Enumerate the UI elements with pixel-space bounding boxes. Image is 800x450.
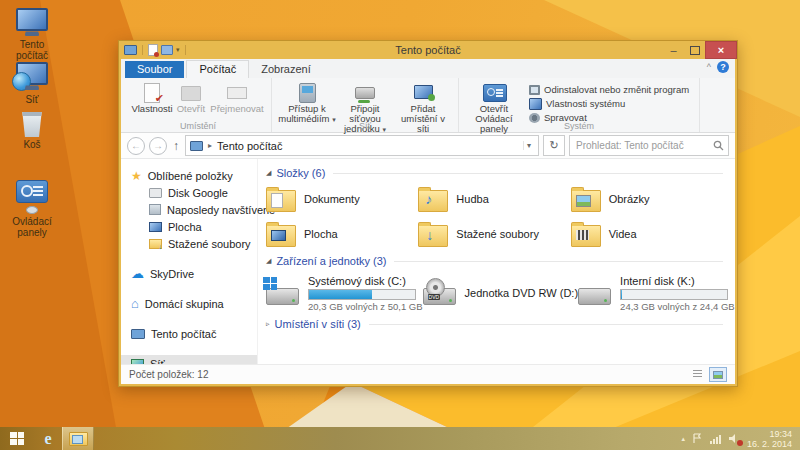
- folder-desktop[interactable]: Plocha: [266, 219, 418, 249]
- nav-item-skydrive[interactable]: ☁ SkyDrive: [121, 265, 257, 282]
- system-menu-icon[interactable]: [124, 45, 137, 55]
- recycle-bin-icon: [21, 112, 43, 137]
- desktop-icon-label: Tento počítač: [5, 39, 59, 61]
- start-button[interactable]: [0, 427, 34, 450]
- folder-documents[interactable]: Dokumenty: [266, 184, 418, 214]
- capacity-bar-fill: [309, 290, 372, 299]
- qat-customize-caret-icon[interactable]: ▾: [176, 46, 180, 54]
- tab-file[interactable]: Soubor: [125, 61, 184, 78]
- close-button[interactable]: ×: [705, 41, 737, 59]
- taskbar-clock[interactable]: 19:34 16. 2. 2014: [747, 429, 792, 449]
- folder-icon: ↓: [418, 225, 448, 247]
- collapse-triangle-icon: ◢: [266, 169, 271, 177]
- nav-item-downloads[interactable]: ↓ Stažené soubory: [121, 235, 257, 252]
- nav-favorites[interactable]: ★ Oblíbené položky: [121, 167, 257, 184]
- breadcrumb[interactable]: ▸ Tento počítač ▾: [185, 135, 539, 156]
- desktop-icon: [149, 222, 162, 232]
- network-location-icon: [414, 85, 433, 99]
- section-header-folders[interactable]: ◢ Složky (6): [266, 165, 723, 181]
- capacity-bar: [620, 289, 728, 300]
- mouse-icon: [26, 206, 38, 214]
- desktop-icon-control-panel[interactable]: Ovládací panely: [5, 180, 59, 238]
- hidden-icons-chevron[interactable]: ▴: [681, 435, 685, 443]
- section-rule: [333, 173, 723, 174]
- properties-shortcut-icon[interactable]: [148, 44, 158, 56]
- refresh-button[interactable]: ↻: [543, 135, 565, 156]
- back-button[interactable]: ←: [127, 137, 145, 155]
- film-overlay-icon: [576, 230, 589, 240]
- desktop-icon-network[interactable]: Síť: [5, 62, 59, 105]
- document-overlay-icon: [271, 193, 283, 208]
- network-drive-icon: [355, 87, 375, 99]
- computer-icon: [16, 8, 48, 31]
- internet-explorer-button[interactable]: e: [34, 427, 62, 450]
- file-explorer-icon: [69, 432, 88, 446]
- drive-k[interactable]: Interní disk (K:) 24,3 GB volných z 24,4…: [578, 272, 735, 314]
- thumbnail-view-button[interactable]: [709, 367, 727, 382]
- help-button[interactable]: ?: [717, 61, 729, 73]
- properties-button[interactable]: ✔ Vlastnosti: [131, 81, 173, 114]
- window-controls: – ×: [663, 41, 737, 59]
- folder-icon: [266, 190, 296, 212]
- nav-item-desktop[interactable]: Plocha: [121, 218, 257, 235]
- star-icon: ★: [131, 170, 142, 182]
- drive-dvd[interactable]: DVD Jednotka DVD RW (D:): [423, 272, 579, 314]
- download-overlay-icon: ↓: [426, 227, 433, 243]
- tab-view[interactable]: Zobrazení: [249, 61, 323, 78]
- tab-computer[interactable]: Počítač: [186, 60, 249, 78]
- up-button[interactable]: ↑: [171, 139, 181, 153]
- section-header-network-locations[interactable]: ▹ Umístění v síti (3): [266, 316, 723, 332]
- maximize-button[interactable]: [684, 41, 705, 59]
- nav-item-this-pc[interactable]: Tento počítač: [121, 325, 257, 342]
- section-header-devices[interactable]: ◢ Zařízení a jednotky (3): [266, 253, 723, 269]
- control-panel-icon: [16, 180, 48, 203]
- folder-pictures[interactable]: Obrázky: [571, 184, 723, 214]
- item-count: Počet položek: 12: [129, 369, 209, 380]
- search-input[interactable]: [574, 139, 710, 152]
- downloads-folder-icon: ↓: [149, 239, 162, 249]
- system-tray: ▴ 19:34 16. 2. 2014: [681, 429, 800, 449]
- nav-item-network[interactable]: Síť: [121, 355, 257, 364]
- hard-drive-icon: [266, 288, 299, 305]
- folder-downloads[interactable]: ↓ Stažené soubory: [418, 219, 570, 249]
- desktop-icon-this-pc[interactable]: Tento počítač: [5, 8, 59, 61]
- nav-item-homegroup[interactable]: ⌂ Domácí skupina: [121, 295, 257, 312]
- system-properties-button[interactable]: Vlastnosti systému: [529, 97, 689, 110]
- new-folder-shortcut-icon[interactable]: [161, 45, 173, 55]
- network-signal-icon[interactable]: [710, 434, 721, 444]
- cloud-icon: ☁: [131, 268, 144, 280]
- open-button[interactable]: Otevřít: [173, 81, 209, 114]
- nav-item-recent-places[interactable]: Naposledy navštívené: [121, 201, 257, 218]
- ribbon-group-location: ✔ Vlastnosti Otevřít Přejmenovat Umístěn…: [125, 78, 272, 132]
- ribbon-collapse-icon[interactable]: ^: [707, 62, 711, 72]
- details-view-button[interactable]: [689, 367, 705, 380]
- rename-button[interactable]: Přejmenovat: [209, 81, 265, 114]
- uninstall-program-button[interactable]: Odinstalovat nebo změnit program: [529, 83, 689, 96]
- breadcrumb-location[interactable]: Tento počítač: [217, 140, 282, 152]
- separator: [185, 45, 186, 55]
- nav-item-google-drive[interactable]: Disk Google: [121, 184, 257, 201]
- search-box[interactable]: [569, 135, 729, 156]
- clock-date: 16. 2. 2014: [747, 439, 792, 449]
- network-icon: [16, 62, 48, 85]
- volume-muted-icon[interactable]: [728, 433, 740, 444]
- minimize-button[interactable]: –: [663, 41, 684, 59]
- drive-c[interactable]: Systémový disk (C:) 20,3 GB volných z 50…: [266, 272, 423, 314]
- windows-start-icon: [10, 432, 24, 445]
- pc-icon: [131, 329, 145, 339]
- folder-videos[interactable]: Videa: [571, 219, 723, 249]
- folder-music[interactable]: ♪ Hudba: [418, 184, 570, 214]
- title-bar[interactable]: Tento počítač ▾ – ×: [119, 41, 737, 59]
- forward-button[interactable]: →: [149, 137, 167, 155]
- content-area: ★ Oblíbené položky Disk Google Naposledy…: [121, 159, 735, 364]
- uninstall-icon: [529, 85, 540, 95]
- desktop-icon-recycle-bin[interactable]: Koš: [5, 112, 59, 150]
- address-dropdown-icon[interactable]: ▾: [523, 141, 534, 150]
- action-center-flag-icon[interactable]: [692, 433, 703, 444]
- homegroup-icon: ⌂: [131, 298, 139, 310]
- media-access-button[interactable]: Přístup k multimédiím ▾: [278, 81, 336, 125]
- folder-icon: [571, 225, 601, 247]
- ribbon: ✔ Vlastnosti Otevřít Přejmenovat Umístěn…: [121, 78, 735, 133]
- capacity-bar-fill: [621, 290, 622, 299]
- file-explorer-button[interactable]: [62, 427, 94, 450]
